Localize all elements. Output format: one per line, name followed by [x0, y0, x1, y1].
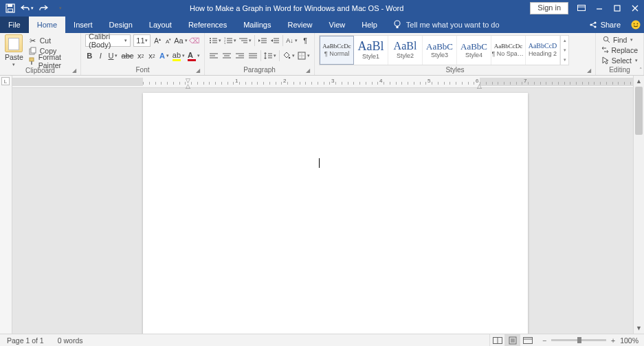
tab-selector-icon[interactable]: L	[1, 77, 10, 85]
justify-button[interactable]	[248, 50, 258, 62]
shading-button[interactable]	[282, 50, 295, 62]
clear-formatting-button[interactable]: ⌫	[189, 35, 200, 46]
tab-mailings[interactable]: Mailings	[235, 17, 279, 33]
clipboard-dialog-launcher-icon[interactable]: ◢	[72, 67, 79, 74]
print-layout-icon[interactable]	[504, 334, 520, 347]
share-button[interactable]: Share	[581, 17, 628, 33]
highlight-button[interactable]: ab	[173, 50, 185, 62]
sort-button[interactable]: A↓	[285, 34, 298, 47]
format-painter-button[interactable]: Format Painter	[27, 56, 76, 66]
word-count-status[interactable]: 0 words	[51, 336, 90, 345]
scroll-thumb[interactable]	[635, 87, 643, 135]
tab-references[interactable]: References	[180, 17, 235, 33]
tab-home[interactable]: Home	[29, 17, 65, 33]
style-item[interactable]: AaBlStyle1	[354, 36, 388, 65]
select-button[interactable]: Select	[600, 56, 639, 65]
borders-button[interactable]	[298, 50, 310, 62]
sign-in-button[interactable]: Sign in	[530, 2, 568, 14]
tell-me-box[interactable]: Tell me what you want to do	[386, 17, 581, 33]
style-item[interactable]: AaBbCStyle4	[457, 36, 491, 65]
zoom-thumb[interactable]	[577, 337, 581, 343]
undo-icon[interactable]: ▾	[19, 0, 34, 17]
styles-gallery[interactable]: AaBbCcDc¶ NormalAaBlStyle1AaBlStyle2AaBb…	[319, 35, 569, 65]
strikethrough-button[interactable]: abc	[121, 50, 133, 62]
style-item[interactable]: AaBbCcDc¶ No Spac...	[491, 36, 526, 65]
page[interactable]	[143, 93, 528, 334]
scroll-up-icon[interactable]: ▲	[634, 76, 644, 87]
cut-button[interactable]: ✂Cut	[27, 36, 76, 45]
close-icon[interactable]	[626, 0, 644, 17]
tell-me-placeholder: Tell me what you want to do	[406, 21, 500, 29]
tab-view[interactable]: View	[321, 17, 354, 33]
change-case-button[interactable]: Aa	[175, 35, 186, 46]
increase-indent-button[interactable]	[270, 34, 280, 47]
ruler-tick	[257, 82, 258, 85]
style-item[interactable]: AaBbCcDc¶ Normal	[320, 36, 354, 65]
feedback-icon[interactable]	[628, 17, 644, 33]
zoom-out-button[interactable]: −	[540, 336, 548, 345]
grow-font-button[interactable]: A▴	[153, 35, 162, 46]
vertical-ruler[interactable]: L	[0, 76, 12, 334]
paragraph-dialog-launcher-icon[interactable]: ◢	[306, 67, 313, 74]
decrease-indent-button[interactable]	[258, 34, 267, 47]
scroll-down-icon[interactable]: ▼	[634, 323, 644, 334]
horizontal-ruler[interactable]: ▽ △ △ 1234567	[12, 76, 633, 88]
align-center-button[interactable]	[222, 50, 232, 62]
styles-dialog-launcher-icon[interactable]: ◢	[587, 67, 594, 74]
scroll-track[interactable]	[634, 87, 644, 323]
style-item[interactable]: AaBbCcDHeading 2	[526, 36, 560, 65]
paste-button[interactable]: Paste ▾	[4, 34, 24, 67]
svg-rect-8	[396, 26, 398, 28]
ribbon-display-options-icon[interactable]	[573, 0, 590, 17]
ruler-tick	[167, 82, 168, 85]
text-effects-button[interactable]: A	[159, 50, 170, 62]
hanging-indent-icon[interactable]: △	[186, 83, 190, 89]
qat-customize-icon[interactable]	[52, 0, 67, 17]
vertical-scrollbar[interactable]: ▲ ▼	[633, 76, 644, 334]
tab-layout[interactable]: Layout	[141, 17, 180, 33]
page-number-status[interactable]: Page 1 of 1	[0, 336, 51, 345]
tab-design[interactable]: Design	[101, 17, 141, 33]
tab-review[interactable]: Review	[280, 17, 321, 33]
zoom-percent[interactable]: 100%	[620, 336, 639, 345]
redo-icon[interactable]	[36, 0, 51, 17]
superscript-button[interactable]: x2	[148, 50, 156, 62]
save-icon[interactable]	[3, 0, 18, 17]
ruler-tick	[372, 82, 373, 85]
group-clipboard: Paste ▾ ✂Cut Copy Format Painter Clipboa…	[0, 33, 81, 75]
align-left-button[interactable]	[209, 50, 219, 62]
style-item[interactable]: AaBbCStyle3	[423, 36, 457, 65]
styles-more-button[interactable]: ▴▾▾	[560, 36, 568, 65]
show-marks-button[interactable]: ¶	[300, 34, 310, 47]
minimize-icon[interactable]	[590, 0, 608, 17]
underline-button[interactable]: U	[108, 50, 119, 62]
style-item[interactable]: AaBlStyle2	[388, 36, 423, 65]
tab-file[interactable]: File	[0, 17, 29, 33]
line-spacing-button[interactable]	[264, 50, 276, 62]
subscript-button[interactable]: x2	[136, 50, 144, 62]
ruler-tick	[179, 82, 180, 85]
align-right-button[interactable]	[235, 50, 245, 62]
style-caption: Style2	[397, 52, 414, 59]
numbering-button[interactable]: 123	[224, 34, 236, 47]
zoom-slider[interactable]	[551, 339, 606, 341]
bold-button[interactable]: B	[85, 50, 93, 62]
bullets-button[interactable]	[209, 34, 221, 47]
svg-rect-18	[31, 61, 32, 65]
tab-insert[interactable]: Insert	[65, 17, 101, 33]
font-name-combo[interactable]: Calibri (Body)▾	[85, 34, 131, 47]
zoom-in-button[interactable]: +	[609, 336, 617, 345]
find-button[interactable]: Find	[600, 35, 639, 45]
multilevel-list-button[interactable]	[239, 34, 252, 47]
italic-button[interactable]: I	[96, 50, 104, 62]
web-layout-icon[interactable]	[520, 334, 535, 347]
replace-button[interactable]: Replace	[600, 45, 639, 55]
font-dialog-launcher-icon[interactable]: ◢	[196, 67, 203, 74]
collapse-ribbon-icon[interactable]: ˄	[639, 67, 643, 74]
read-mode-icon[interactable]	[489, 334, 504, 347]
font-color-button[interactable]: A	[188, 50, 200, 62]
maximize-icon[interactable]	[608, 0, 626, 17]
shrink-font-button[interactable]: A▾	[164, 35, 173, 46]
tab-help[interactable]: Help	[353, 17, 386, 33]
font-size-combo[interactable]: 11▾	[133, 34, 151, 47]
